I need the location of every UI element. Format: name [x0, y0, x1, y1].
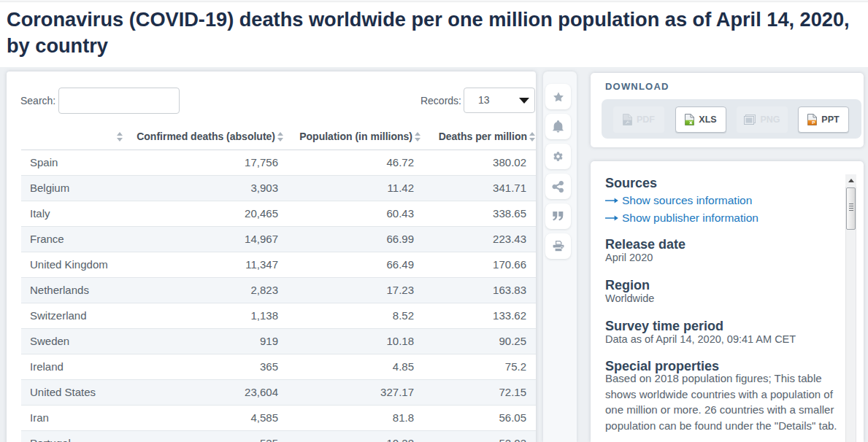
svg-text:P: P	[812, 120, 815, 125]
